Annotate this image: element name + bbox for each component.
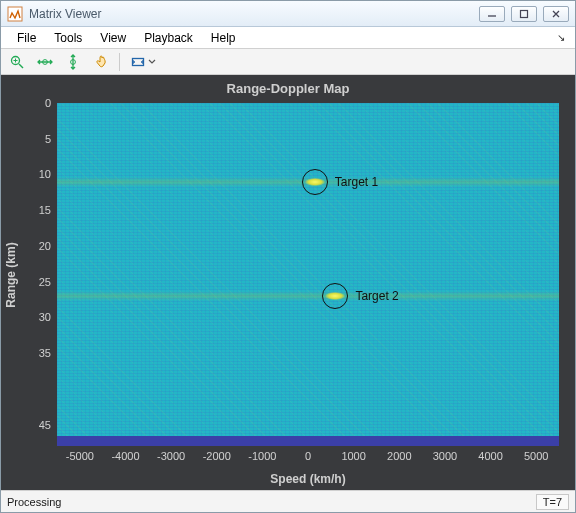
x-tick: 3000: [433, 450, 457, 462]
autoscale-dropdown[interactable]: [128, 54, 158, 70]
x-tick: 2000: [387, 450, 411, 462]
menu-tools[interactable]: Tools: [46, 29, 90, 47]
x-tick: -5000: [66, 450, 94, 462]
x-axis: Speed (km/h) -5000-4000-3000-2000-100001…: [57, 446, 559, 490]
heatmap-edge-strip: [57, 436, 559, 446]
heatmap-noise: [57, 103, 559, 446]
menu-file[interactable]: File: [9, 29, 44, 47]
menubar: File Tools View Playback Help ↘: [1, 27, 575, 49]
status-right: T=7: [536, 494, 569, 510]
x-tick: 1000: [341, 450, 365, 462]
zoom-x-icon[interactable]: [35, 52, 55, 72]
menubar-overflow-icon[interactable]: ↘: [557, 32, 567, 43]
menu-view[interactable]: View: [92, 29, 134, 47]
statusbar: Processing T=7: [1, 490, 575, 512]
y-tick: 35: [39, 347, 51, 359]
pan-icon[interactable]: [91, 52, 111, 72]
menu-help[interactable]: Help: [203, 29, 244, 47]
y-tick: 30: [39, 311, 51, 323]
zoom-y-icon[interactable]: [63, 52, 83, 72]
svg-rect-2: [521, 10, 528, 17]
chevron-down-icon: [148, 58, 156, 66]
target-label: Target 1: [335, 175, 378, 189]
y-tick: 45: [39, 419, 51, 431]
zoom-in-icon[interactable]: [7, 52, 27, 72]
svg-line-4: [19, 64, 23, 68]
y-tick: 15: [39, 204, 51, 216]
window-title: Matrix Viewer: [29, 7, 473, 21]
minimize-button[interactable]: [479, 6, 505, 22]
x-tick: -2000: [203, 450, 231, 462]
y-tick: 10: [39, 168, 51, 180]
y-axis-label: Range (km): [4, 242, 18, 307]
toolbar-separator: [119, 53, 120, 71]
x-tick: -4000: [111, 450, 139, 462]
plot-box[interactable]: Target 1Target 2: [57, 103, 559, 446]
target-circle: [322, 283, 348, 309]
autoscale-icon: [130, 54, 146, 70]
titlebar: Matrix Viewer: [1, 1, 575, 27]
menu-playback[interactable]: Playback: [136, 29, 201, 47]
x-tick: 0: [305, 450, 311, 462]
app-icon: [7, 6, 23, 22]
maximize-button[interactable]: [511, 6, 537, 22]
return-band: [57, 291, 559, 301]
close-button[interactable]: [543, 6, 569, 22]
chart-title: Range-Doppler Map: [1, 81, 575, 96]
x-axis-label: Speed (km/h): [270, 472, 345, 486]
y-tick: 0: [45, 97, 51, 109]
x-tick: 5000: [524, 450, 548, 462]
status-left: Processing: [7, 496, 61, 508]
chart-area: Range-Doppler Map Range (km) 05101520253…: [1, 75, 575, 490]
window-controls: [479, 6, 569, 22]
y-tick: 5: [45, 133, 51, 145]
x-tick: -3000: [157, 450, 185, 462]
x-tick: 4000: [478, 450, 502, 462]
target-circle: [302, 169, 328, 195]
x-tick: -1000: [248, 450, 276, 462]
y-tick: 25: [39, 276, 51, 288]
app-window: Matrix Viewer File Tools View Playback H…: [0, 0, 576, 513]
toolbar: [1, 49, 575, 75]
y-tick: 20: [39, 240, 51, 252]
y-axis: Range (km) 0510152025303545: [1, 103, 57, 446]
target-label: Target 2: [355, 289, 398, 303]
